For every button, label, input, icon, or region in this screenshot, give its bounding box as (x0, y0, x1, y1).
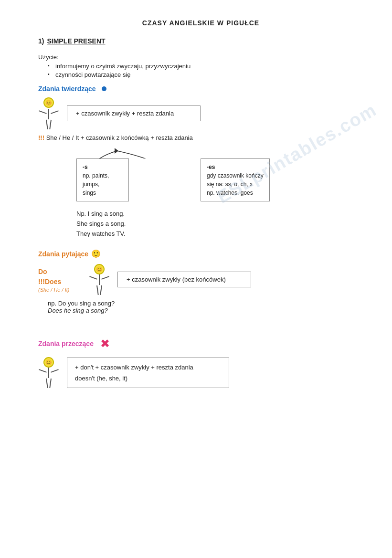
she-he-text: She / He / It (46, 134, 81, 141)
page-title: CZASY ANGIELSKIE W PIGUŁCE (38, 19, 363, 27)
cross-icon: ✖ (100, 337, 110, 350)
does-label: !!!Does (38, 277, 81, 287)
example-3: They watches TV. (76, 229, 363, 239)
uzycie-list: informujemy o czyimś zwyczaju, przyzwycz… (48, 63, 363, 78)
stick-torso-2 (99, 274, 100, 285)
stick-figure-3: 😊 (38, 357, 59, 388)
stick-arm-left (39, 110, 47, 114)
stick-torso (48, 109, 49, 119)
suffix-s-box: -s np. paints, jumps, sings (76, 158, 129, 201)
przeczace-formula-row: 😊 + don't + czasownik zwykły + reszta zd… (38, 357, 363, 388)
example-1: Np. I sing a song. (76, 209, 363, 219)
list-item: czynności powtarzające się (48, 71, 363, 78)
stick-leg-right (49, 120, 52, 129)
stick-figure: 😊 (38, 97, 59, 129)
stick-arm-right (51, 110, 59, 114)
pytajace-row: Do !!!Does (She / He / It) 😊 + czasownik… (38, 264, 363, 295)
stick-head-3: 😊 (43, 357, 54, 368)
uzycie-label: Użycie: (38, 53, 363, 61)
pytajace-decoration: 🙂 (91, 249, 101, 258)
twierdzace-formula-row: 😊 + czasownik zwykły + reszta zdania (38, 97, 363, 129)
stick-leg-left-2 (96, 285, 99, 295)
suffix-es-content: gdy czasownik kończy się na: ss, o, ch, … (207, 171, 264, 197)
stick-figure-2: 😊 (89, 264, 110, 295)
stick-leg-left-3 (46, 379, 48, 388)
stick-head: 😊 (43, 97, 54, 108)
blue-dot (102, 86, 106, 91)
przeczace-formula-box: + don't + czasownik zwykły + reszta zdan… (67, 358, 229, 389)
do-label: Do (38, 267, 81, 277)
stick-torso-arms-2 (87, 274, 111, 285)
section-number: 1) (38, 37, 44, 45)
she-he-formula: + czasownik z końcówką + reszta zdania (81, 134, 193, 141)
suffix-es-box: -es gdy czasownik kończy się na: ss, o, … (201, 158, 270, 201)
suffix-s-content: np. paints, jumps, sings (83, 171, 123, 197)
pytajace-example-1: np. Do you sing a song? (48, 300, 363, 307)
arrows-svg (86, 144, 172, 158)
section-heading: SIMPLE PRESENT (47, 37, 105, 45)
list-item: informujemy o czyimś zwyczaju, przyzwycz… (48, 63, 363, 70)
zdania-twierdzace-label: Zdania twierdzące (38, 85, 96, 93)
twierdzace-formula-box: + czasownik zwykły + reszta zdania (67, 105, 201, 121)
stick-leg-right-3 (49, 379, 52, 388)
stick-legs-3 (46, 379, 52, 388)
stick-torso-3 (48, 368, 49, 378)
stick-arm-right-2 (101, 276, 109, 280)
stick-leg-right-2 (100, 285, 102, 295)
przeczace-formula-line1: + don't + czasownik zwykły + reszta zdan… (75, 362, 221, 373)
stick-torso-arms-3 (37, 368, 61, 378)
przeczace-formula-line2: doesn't (he, she, it) (75, 373, 221, 384)
zdania-pytajace-label: Zdania pytające (38, 250, 88, 258)
stick-legs (46, 120, 52, 129)
suffix-s-heading: -s (83, 163, 123, 171)
stick-arm-right-3 (51, 369, 59, 373)
stick-arm-left-3 (39, 369, 47, 373)
stick-arm-left-2 (89, 276, 97, 280)
pytajace-examples: np. Do you sing a song? Does he sing a s… (48, 300, 363, 314)
zdania-przeczace-label: Zdania przeczące (38, 340, 94, 347)
suffix-es-heading: -es (207, 163, 264, 171)
stick-head-2: 😊 (94, 264, 105, 274)
example-2: She sings a song. (76, 219, 363, 229)
do-does-block: Do !!!Does (She / He / It) (38, 267, 81, 293)
pytajace-example-2: Does he sing a song? (48, 307, 363, 314)
pytajace-formula-box: + czasownik zwykły (bez końcówek) (117, 272, 251, 287)
stick-torso-arms (37, 109, 61, 119)
she-note: (She / He / It) (38, 287, 81, 293)
she-he-line: !!! She / He / It + czasownik z końcówką… (38, 134, 363, 141)
example-text-block: Np. I sing a song. She sings a song. The… (76, 209, 363, 239)
stick-leg-left (46, 120, 48, 129)
arrow-area (86, 144, 363, 158)
suffix-boxes: -s np. paints, jumps, sings -es gdy czas… (76, 158, 363, 201)
stick-legs-2 (96, 285, 102, 295)
